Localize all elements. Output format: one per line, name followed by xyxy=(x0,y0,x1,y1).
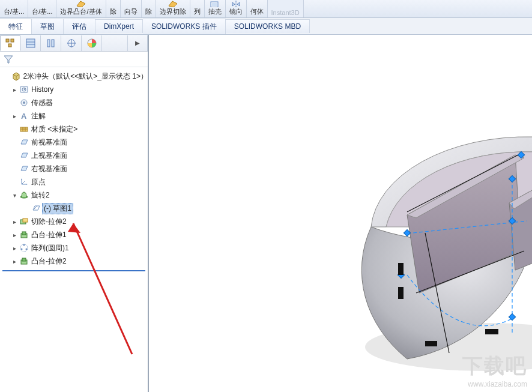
tree-origin[interactable]: 原点 xyxy=(0,175,148,188)
annotations-icon: A xyxy=(19,111,29,121)
chevron-right-icon: ▶ xyxy=(135,40,140,46)
boundary-boss-icon xyxy=(76,0,86,7)
cmd-boss-base-2[interactable]: 台/基... xyxy=(28,0,56,17)
watermark-text: 下载吧 xyxy=(462,352,527,380)
feature-tree[interactable]: 2米冲头（默认<<默认>_显示状态 1>） ▸ History 传感器 ▸ A … xyxy=(0,67,148,392)
panel-tabs: ▶ xyxy=(0,35,148,52)
cmd-boss-base-1[interactable]: 台/基... xyxy=(0,0,28,17)
cmd-mirror[interactable]: 镜向 xyxy=(226,0,247,17)
command-manager-tabs: 特征 草图 评估 DimXpert SOLIDWORKS 插件 SOLIDWOR… xyxy=(0,18,532,35)
feature-manager-panel: ▶ 2米冲头（默认<<默认>_显示状态 1>） ▸ History 传感器 xyxy=(0,35,149,392)
boss-extrude-icon xyxy=(19,230,29,240)
svg-rect-1 xyxy=(212,3,217,6)
cmd-boundary-boss[interactable]: 边界凸台/基体 xyxy=(56,0,106,17)
twisty-icon[interactable]: ▸ xyxy=(11,86,18,93)
revolve-icon xyxy=(19,190,29,200)
tree-root[interactable]: 2米冲头（默认<<默认>_显示状态 1>） xyxy=(0,70,148,83)
panel-tab-more[interactable]: ▶ xyxy=(127,35,148,51)
cmd-reference-geometry[interactable]: 何体 xyxy=(247,0,268,17)
sensors-icon xyxy=(19,98,29,107)
boundary-cut-icon xyxy=(168,0,178,7)
svg-point-30 xyxy=(26,249,28,250)
tab-evaluate[interactable]: 评估 xyxy=(64,19,95,34)
tree-sketch1-label: (-) 草图1 xyxy=(42,203,73,214)
tree-root-label: 2米冲头（默认<<默认>_显示状态 1>） xyxy=(22,71,148,82)
svg-rect-9 xyxy=(52,40,54,47)
panel-tab-configuration[interactable] xyxy=(41,35,61,51)
configuration-icon xyxy=(46,38,56,49)
cmd-instant3d[interactable]: Instant3D xyxy=(268,0,304,17)
tree-history[interactable]: ▸ History xyxy=(0,83,148,96)
tab-sketch[interactable]: 草图 xyxy=(32,19,64,34)
rollback-bar[interactable] xyxy=(2,270,145,271)
tree-sketch1[interactable]: (-) 草图1 xyxy=(0,202,148,215)
tree-cut-extrude2[interactable]: ▸ 切除-拉伸2 xyxy=(0,215,148,228)
svg-point-17 xyxy=(23,101,25,104)
tree-boss-extrude1[interactable]: ▸ 凸台-拉伸1 xyxy=(0,228,148,241)
svg-rect-41 xyxy=(425,341,437,346)
dimxpert-panel-icon xyxy=(66,38,77,49)
cmd-hole-wizard[interactable]: 向导 xyxy=(121,0,142,17)
tree-plane-front[interactable]: 前视基准面 xyxy=(0,136,148,149)
sketch-icon xyxy=(31,204,41,213)
shell-icon xyxy=(210,0,220,7)
appearance-icon xyxy=(86,38,97,49)
tab-dimxpert[interactable]: DimXpert xyxy=(95,19,143,33)
svg-rect-33 xyxy=(22,258,26,261)
svg-rect-5 xyxy=(26,39,35,47)
funnel-icon[interactable] xyxy=(4,55,13,64)
origin-icon xyxy=(19,177,29,187)
plane-icon xyxy=(19,151,29,160)
circular-pattern-icon xyxy=(19,243,29,253)
svg-rect-27 xyxy=(22,232,26,235)
tree-circular-pattern1[interactable]: ▸ 阵列(圆周)1 xyxy=(0,241,148,255)
mirror-icon xyxy=(231,0,241,7)
cmd-shell[interactable]: 抽壳 xyxy=(205,0,226,17)
tab-sw-addins[interactable]: SOLIDWORKS 插件 xyxy=(143,19,226,34)
cmd-pattern[interactable]: 列 xyxy=(190,0,205,17)
tree-revolve2[interactable]: ▾ 旋转2 xyxy=(0,188,148,202)
panel-tab-display[interactable] xyxy=(82,35,102,51)
tree-annotations[interactable]: ▸ A 注解 xyxy=(0,109,148,122)
watermark-url: www.xiazaiba.com xyxy=(462,380,527,388)
ribbon-toolbar: 台/基... 台/基... 边界凸台/基体 除 向导 除 边界切除 列 抽壳 镜… xyxy=(0,0,532,18)
svg-rect-42 xyxy=(398,263,404,275)
svg-rect-25 xyxy=(23,219,28,222)
cmd-boundary-cut[interactable]: 边界切除 xyxy=(156,0,190,17)
plane-icon xyxy=(19,137,29,147)
feature-tree-icon xyxy=(5,38,16,49)
svg-rect-3 xyxy=(11,39,14,42)
property-manager-icon xyxy=(25,38,36,49)
graphics-viewport[interactable]: 下载吧 www.xiazaiba.com xyxy=(149,35,532,392)
boss-extrude-icon xyxy=(19,256,29,266)
svg-rect-2 xyxy=(6,39,9,42)
tree-material[interactable]: 材质 <未指定> xyxy=(0,122,148,136)
tab-features[interactable]: 特征 xyxy=(0,19,32,34)
svg-text:A: A xyxy=(21,112,27,121)
twisty-icon[interactable]: ▸ xyxy=(11,245,18,252)
panel-tab-property-manager[interactable] xyxy=(20,35,41,51)
tree-boss-extrude2[interactable]: ▸ 凸台-拉伸2 xyxy=(0,255,148,268)
plane-icon xyxy=(19,164,29,173)
tree-sensors[interactable]: 传感器 xyxy=(0,96,148,109)
svg-point-31 xyxy=(21,249,23,250)
panel-tab-feature-tree[interactable] xyxy=(0,35,20,51)
model-render xyxy=(149,35,532,392)
cmd-extruded-cut[interactable]: 除 xyxy=(106,0,121,17)
svg-rect-44 xyxy=(485,329,498,334)
tree-plane-right[interactable]: 右视基准面 xyxy=(0,162,148,175)
tab-sw-mbd[interactable]: SOLIDWORKS MBD xyxy=(226,19,310,33)
svg-point-29 xyxy=(23,244,25,246)
cut-extrude-icon xyxy=(19,217,29,226)
part-icon xyxy=(11,71,21,81)
svg-rect-8 xyxy=(47,40,50,47)
twisty-icon[interactable]: ▸ xyxy=(11,113,18,119)
twisty-icon[interactable]: ▸ xyxy=(11,258,18,265)
tree-plane-top[interactable]: 上视基准面 xyxy=(0,149,148,162)
cmd-revolved-cut[interactable]: 除 xyxy=(142,0,156,17)
twisty-icon[interactable]: ▸ xyxy=(11,219,18,225)
panel-tab-dimxpert[interactable] xyxy=(61,35,82,51)
material-icon xyxy=(19,124,29,134)
twisty-icon[interactable]: ▾ xyxy=(11,192,18,199)
twisty-icon[interactable]: ▸ xyxy=(11,232,18,238)
